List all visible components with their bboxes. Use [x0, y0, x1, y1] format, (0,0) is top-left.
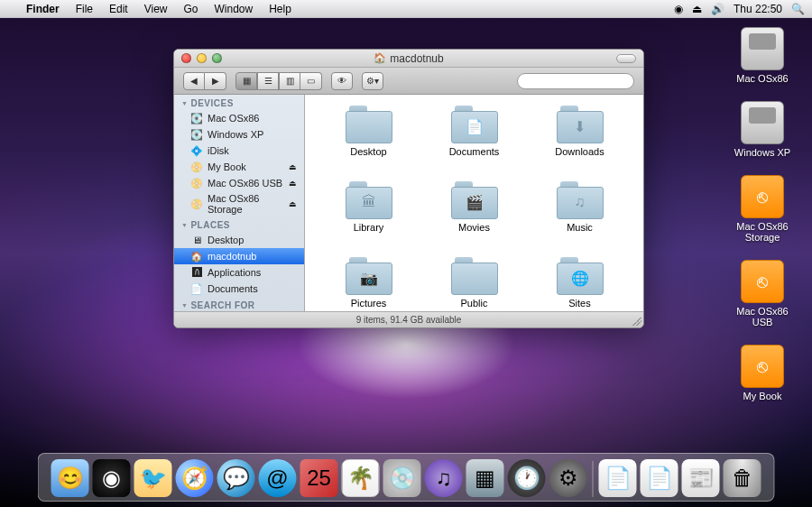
folder-public[interactable]: Public — [421, 257, 527, 311]
menu-file[interactable]: File — [68, 3, 101, 15]
folder-label: Documents — [449, 146, 500, 157]
sidebar-item-mac-osx86-storage[interactable]: 📀 Mac OSx86 Storage ⏏ — [174, 191, 304, 217]
sidebar-item-icon: 🖥 — [190, 234, 203, 246]
dock-spaces[interactable]: ▦ — [466, 459, 504, 497]
sidebar-section-places[interactable]: PLACES — [174, 217, 304, 232]
desktop-drive-mac-osx86-usb[interactable]: Mac OSx86 USB — [722, 260, 803, 328]
sidebar-item-icon: 📀 — [190, 161, 203, 173]
dock-timemachine[interactable]: 🕐 — [508, 459, 546, 497]
minimize-button[interactable] — [197, 53, 207, 63]
folder-label: Pictures — [351, 298, 387, 309]
back-button[interactable]: ◀ — [183, 72, 205, 90]
folder-library[interactable]: 🏛 Library — [316, 181, 421, 254]
folder-sites[interactable]: 🌐 Sites — [527, 257, 632, 311]
sidebar-item-label: Windows XP — [208, 129, 263, 140]
coverflow-view-button[interactable]: ▭ — [300, 72, 322, 90]
forward-button[interactable]: ▶ — [205, 72, 226, 90]
sidebar-item-label: Applications — [208, 267, 261, 278]
action-button[interactable]: ⚙▾ — [362, 72, 383, 90]
zoom-button[interactable] — [212, 53, 222, 63]
sidebar-item-desktop[interactable]: 🖥 Desktop — [174, 232, 304, 248]
dock-doc1[interactable]: 📄 — [599, 459, 637, 497]
dock-itunes-cd[interactable]: 💿 — [383, 459, 421, 497]
menu-edit[interactable]: Edit — [101, 3, 136, 15]
folder-label: Movies — [458, 222, 490, 233]
sidebar-item-icon: 🅰 — [190, 266, 203, 279]
list-view-button[interactable]: ☰ — [257, 72, 279, 90]
dock-iphoto[interactable]: 🌴 — [342, 459, 380, 497]
dock-finder[interactable]: 😊 — [51, 459, 89, 497]
folder-label: Library — [354, 222, 384, 233]
eject-icon[interactable]: ⏏ — [289, 162, 297, 171]
folder-label: Music — [567, 222, 593, 233]
sidebar-item-label: iDisk — [208, 145, 229, 156]
dock-sysprefs[interactable]: ⚙ — [549, 459, 587, 497]
dock-doc2[interactable]: 📄 — [641, 459, 678, 497]
desktop-drive-windows-xp[interactable]: Windows XP — [722, 101, 803, 159]
dock-trash[interactable]: 🗑 — [724, 459, 761, 497]
wifi-icon[interactable]: ◉ — [674, 3, 683, 15]
status-text: 9 items, 91.4 GB available — [356, 315, 462, 325]
sidebar-item-applications[interactable]: 🅰 Applications — [174, 264, 304, 281]
content-area[interactable]: Desktop📄 Documents⬇ Downloads🏛 Library🎬 … — [305, 95, 643, 311]
sidebar-item-icon: 💠 — [190, 144, 203, 157]
menu-help[interactable]: Help — [261, 3, 300, 15]
sidebar-item-label: My Book — [208, 161, 246, 172]
folder-label: Desktop — [350, 146, 386, 157]
menu-view[interactable]: View — [136, 3, 176, 15]
folder-documents[interactable]: 📄 Documents — [421, 106, 527, 178]
eject-icon[interactable]: ⏏ — [289, 179, 297, 188]
icon-view-button[interactable]: ▦ — [235, 72, 257, 90]
folder-music[interactable]: ♫ Music — [527, 181, 632, 254]
sidebar-item-mac-osx86-usb[interactable]: 📀 Mac OSx86 USB ⏏ — [174, 175, 304, 191]
drive-icon — [741, 345, 784, 388]
sidebar-section-devices[interactable]: DEVICES — [174, 95, 304, 110]
dock-mail[interactable]: 🐦 — [134, 459, 172, 497]
sidebar-item-my-book[interactable]: 📀 My Book ⏏ — [174, 159, 304, 175]
menu-window[interactable]: Window — [207, 3, 262, 15]
sidebar-item-label: Mac OSx86 USB — [208, 178, 282, 189]
folder-icon — [451, 257, 498, 295]
toolbar-toggle-button[interactable] — [616, 54, 636, 63]
eject-icon[interactable]: ⏏ — [289, 199, 297, 208]
dock-addressbook[interactable]: @ — [259, 459, 297, 497]
column-view-button[interactable]: ▥ — [279, 72, 300, 90]
spotlight-icon[interactable]: 🔍 — [791, 3, 805, 15]
eject-icon[interactable]: ⏏ — [692, 3, 702, 15]
sidebar-section-search for[interactable]: SEARCH FOR — [174, 297, 304, 311]
sidebar-item-documents[interactable]: 📄 Documents — [174, 281, 304, 297]
dock-ical[interactable]: 25 — [300, 459, 338, 497]
search-input[interactable] — [517, 73, 634, 89]
sidebar-item-idisk[interactable]: 💠 iDisk — [174, 143, 304, 159]
desktop-drive-mac-osx86-storage[interactable]: Mac OSx86 Storage — [722, 175, 803, 244]
sidebar-item-macdotnub[interactable]: 🏠 macdotnub — [174, 248, 304, 264]
folder-pictures[interactable]: 📷 Pictures — [316, 257, 421, 311]
close-button[interactable] — [181, 53, 191, 63]
folder-desktop[interactable]: Desktop — [316, 106, 421, 178]
quicklook-button[interactable]: 👁 — [331, 72, 353, 90]
sidebar-item-label: Documents — [208, 283, 258, 294]
sidebar-item-windows-xp[interactable]: 💽 Windows XP — [174, 126, 304, 143]
volume-icon[interactable]: 🔊 — [711, 3, 724, 15]
drive-icon — [741, 27, 784, 70]
home-icon: 🏠 — [374, 52, 386, 64]
desktop-drive-mac-osx86[interactable]: Mac OSx86 — [722, 27, 803, 85]
dock-safari[interactable]: 🧭 — [176, 459, 214, 497]
app-menu[interactable]: Finder — [18, 3, 68, 15]
dock-separator — [593, 461, 594, 497]
sidebar-item-label: Mac OSx86 — [208, 113, 259, 124]
folder-movies[interactable]: 🎬 Movies — [421, 181, 527, 254]
sidebar-item-mac-osx86[interactable]: 💽 Mac OSx86 — [174, 110, 304, 126]
window-title: macdotnub — [390, 52, 443, 65]
dock-dashboard[interactable]: ◉ — [93, 459, 131, 497]
dock-ichat[interactable]: 💬 — [217, 459, 255, 497]
menu-go[interactable]: Go — [176, 3, 207, 15]
sidebar-item-icon: 📀 — [190, 198, 203, 210]
folder-downloads[interactable]: ⬇ Downloads — [527, 106, 632, 178]
dock-itunes[interactable]: ♫ — [425, 459, 463, 497]
clock[interactable]: Thu 22:50 — [734, 3, 782, 15]
dock-doc3[interactable]: 📰 — [682, 459, 720, 497]
titlebar[interactable]: 🏠 macdotnub — [174, 50, 643, 68]
folder-icon: 📄 — [451, 106, 498, 143]
desktop-drive-my-book[interactable]: My Book — [722, 345, 803, 402]
